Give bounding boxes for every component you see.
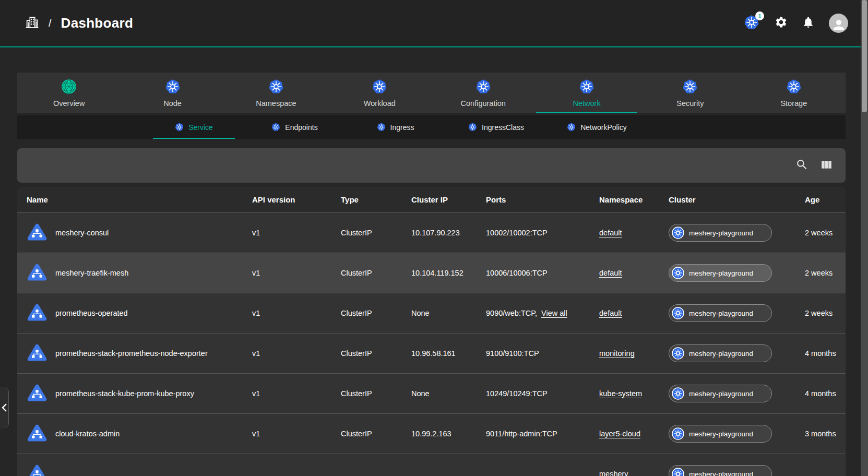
avatar[interactable] [829, 14, 848, 33]
api-version-cell: v1 [252, 430, 341, 438]
kubernetes-icon [579, 79, 594, 94]
namespace-link[interactable]: meshery [599, 470, 628, 476]
cluster-chip[interactable]: meshery-playground [669, 264, 772, 282]
namespace-cell: default [599, 269, 669, 277]
view-columns-button[interactable] [820, 158, 833, 173]
scrollbar-thumb[interactable] [862, 0, 867, 112]
table-row[interactable]: prometheus-stack-kube-prom-kube-proxy v1… [17, 373, 846, 413]
table-header-row: Name API version Type Cluster IP Ports N… [17, 187, 846, 212]
column-header-cluster-ip[interactable]: Cluster IP [411, 195, 486, 204]
namespace-cell: meshery [599, 470, 669, 476]
cluster-name: meshery-playground [689, 269, 753, 277]
name-cell: meshery-consul [27, 222, 252, 243]
search-icon [795, 158, 808, 171]
column-header-type[interactable]: Type [341, 195, 411, 204]
services-table: Name API version Type Cluster IP Ports N… [17, 187, 846, 476]
table-row[interactable]: cloud-kratos-admin v1 ClusterIP 10.99.2.… [17, 413, 846, 454]
tab-workload[interactable]: Workload [328, 73, 431, 113]
namespace-link[interactable]: default [599, 269, 622, 277]
table-row[interactable]: meshery-traefik-mesh v1 ClusterIP 10.104… [17, 253, 846, 293]
name-cell: meshery-traefik-mesh [27, 263, 252, 283]
person-icon [831, 17, 847, 33]
tab-configuration[interactable]: Configuration [432, 73, 535, 113]
tab-security[interactable]: Security [638, 73, 742, 113]
cluster-name: meshery-playground [689, 470, 753, 476]
organization-icon[interactable] [25, 15, 39, 31]
search-button[interactable] [795, 158, 808, 173]
table-row[interactable]: meshery-consul v1 ClusterIP 10.107.90.22… [17, 212, 846, 253]
cluster-chip[interactable]: meshery-playground [669, 224, 772, 242]
meshery-icon [61, 79, 77, 94]
kubernetes-icon [567, 123, 576, 132]
view-all-link[interactable]: View all [541, 309, 567, 317]
tab-storage[interactable]: Storage [742, 73, 846, 113]
api-version-cell: v1 [252, 349, 341, 358]
name-cell: prometheus-operated [27, 303, 252, 324]
page-title: Dashboard [61, 15, 134, 31]
column-header-cluster[interactable]: Cluster [669, 195, 805, 204]
notifications-button[interactable] [802, 16, 815, 30]
subtab-networkpolicy[interactable]: NetworkPolicy [546, 115, 647, 139]
cluster-chip[interactable]: meshery-playground [669, 425, 772, 443]
column-header-api-version[interactable]: API version [252, 195, 341, 204]
cluster-chip[interactable]: meshery-playground [669, 385, 772, 402]
kubernetes-icon [672, 227, 684, 239]
service-name: prometheus-stack-kube-prom-kube-proxy [55, 389, 194, 398]
sidebar-collapse-toggle[interactable] [0, 387, 9, 429]
name-cell [27, 463, 252, 476]
column-header-ports[interactable]: Ports [486, 195, 599, 204]
column-header-age[interactable]: Age [805, 195, 846, 204]
subtab-ingressclass[interactable]: IngressClass [446, 115, 546, 139]
column-header-name[interactable]: Name [27, 195, 252, 204]
kubernetes-icon [672, 307, 684, 319]
kubernetes-icon [271, 123, 280, 132]
bell-icon [802, 16, 815, 29]
service-icon [27, 303, 47, 324]
namespace-link[interactable]: monitoring [599, 349, 635, 358]
cluster-cell: meshery-playground [669, 344, 805, 362]
subtab-endpoints[interactable]: Endpoints [244, 115, 345, 139]
api-version-cell: v1 [252, 309, 341, 317]
table-row[interactable]: prometheus-stack-prometheus-node-exporte… [17, 333, 846, 373]
cluster-cell: meshery-playground [669, 385, 805, 402]
kubernetes-icon [672, 468, 684, 476]
tab-node[interactable]: Node [121, 73, 224, 113]
namespace-link[interactable]: layer5-cloud [599, 430, 640, 438]
subtab-service[interactable]: Service [144, 115, 244, 139]
kubernetes-icon [672, 347, 684, 360]
tab-network[interactable]: Network [535, 73, 638, 113]
kubernetes-icon [682, 79, 698, 94]
ports-value: 9100/9100:TCP [486, 349, 539, 358]
namespace-link[interactable]: kube-system [599, 389, 642, 398]
type-cell: ClusterIP [341, 430, 411, 438]
cluster-chip[interactable]: meshery-playground [669, 344, 772, 362]
age-cell: 3 months [805, 430, 846, 438]
table-row[interactable]: prometheus-operated v1 ClusterIP None 90… [17, 293, 846, 333]
tab-namespace[interactable]: Namespace [224, 73, 328, 113]
kubernetes-icon [672, 427, 684, 440]
age-cell: 2 weeks [805, 229, 846, 237]
namespace-link[interactable]: default [599, 229, 622, 237]
ports-value: 10006/10006:TCP [486, 269, 548, 277]
cluster-name: meshery-playground [689, 229, 753, 237]
cluster-cell: meshery-playground [669, 224, 805, 242]
table-row[interactable]: meshery meshery-playground [17, 454, 846, 476]
cluster-chip[interactable]: meshery-playground [669, 304, 772, 322]
namespace-cell: default [599, 229, 669, 237]
subtab-ingress[interactable]: Ingress [345, 115, 446, 139]
api-version-cell: v1 [252, 389, 341, 398]
ports-cell: 9090/web:TCP,View all [486, 309, 599, 317]
ports-value: 9090/web:TCP, [486, 309, 537, 317]
page-scrollbar[interactable] [861, 0, 868, 476]
ports-cell: 10249/10249:TCP [486, 389, 599, 398]
namespace-link[interactable]: default [599, 309, 622, 317]
kubernetes-context-button[interactable]: 1 [743, 14, 760, 32]
settings-button[interactable] [775, 16, 788, 30]
service-name: meshery-consul [55, 229, 109, 237]
tab-overview[interactable]: Overview [17, 73, 121, 113]
column-header-namespace[interactable]: Namespace [599, 195, 669, 204]
kubernetes-icon [468, 123, 477, 132]
cluster-chip[interactable]: meshery-playground [669, 465, 772, 476]
type-cell: ClusterIP [341, 349, 411, 358]
age-cell: 4 months [805, 389, 846, 398]
